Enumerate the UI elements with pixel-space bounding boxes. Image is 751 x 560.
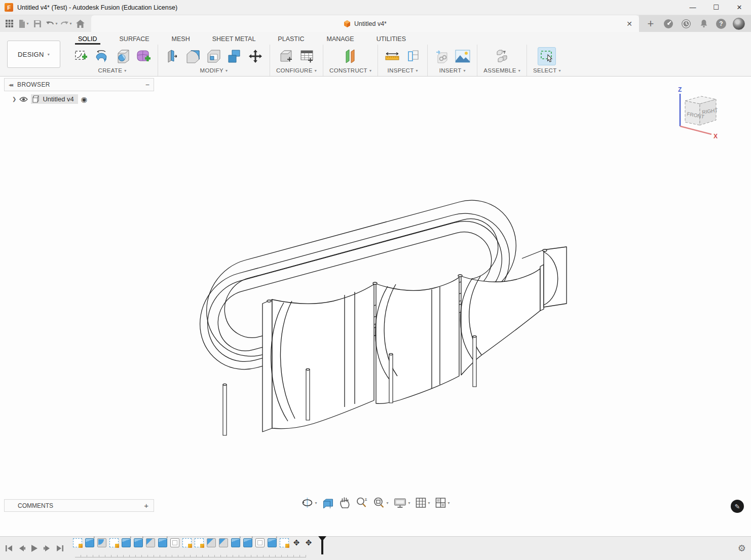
- timeline-move-icon[interactable]: [292, 538, 301, 547]
- save-icon[interactable]: [31, 17, 44, 30]
- step-forward-icon[interactable]: [43, 545, 51, 552]
- timeline-extrude-icon[interactable]: [231, 538, 240, 547]
- workspace-switcher[interactable]: DESIGN ▾: [7, 41, 60, 68]
- home-icon[interactable]: [74, 17, 86, 30]
- timeline-extrude-icon[interactable]: [122, 538, 131, 547]
- construct-plane-icon[interactable]: [343, 48, 359, 64]
- zoom-icon[interactable]: ±: [354, 496, 368, 510]
- view-cube[interactable]: Z X FRONT RIGHT: [665, 83, 725, 142]
- create-form-icon[interactable]: [135, 48, 152, 64]
- select-tool-icon[interactable]: [538, 47, 556, 65]
- viewport-canvas[interactable]: ◂◂ BROWSER − ❯ Untitled v4 ◉ Z: [0, 77, 751, 536]
- orbit-icon[interactable]: ▾: [300, 496, 318, 510]
- timeline-chamfer-icon[interactable]: [219, 538, 228, 547]
- fit-icon[interactable]: ▾: [371, 496, 389, 510]
- timeline-sketch-icon[interactable]: [280, 538, 289, 547]
- configuration-table-icon[interactable]: [299, 48, 315, 64]
- group-create-label[interactable]: CREATE▾: [98, 67, 127, 73]
- tab-surface[interactable]: SURFACE: [108, 35, 161, 45]
- grid-display-icon[interactable]: ▾: [415, 496, 431, 509]
- add-comment-icon[interactable]: +: [144, 501, 148, 510]
- group-configure-label[interactable]: CONFIGURE▾: [276, 67, 317, 73]
- job-status-icon[interactable]: [681, 18, 692, 29]
- timeline-chamfer-icon[interactable]: [146, 538, 155, 547]
- display-settings-icon[interactable]: ▾: [392, 496, 411, 509]
- timeline-shell-icon[interactable]: [255, 538, 265, 547]
- timeline-extrude-icon[interactable]: [85, 538, 94, 547]
- group-modify-label[interactable]: MODIFY▾: [200, 67, 228, 73]
- timeline-fillet-icon[interactable]: [97, 538, 106, 547]
- tab-solid[interactable]: SOLID: [67, 35, 108, 45]
- timeline-sketch-icon[interactable]: [182, 538, 192, 547]
- timeline-playhead[interactable]: [318, 536, 326, 554]
- timeline-extrude-icon[interactable]: [158, 538, 167, 547]
- timeline-sketch-icon[interactable]: [195, 538, 204, 547]
- app-grid-icon[interactable]: [3, 17, 15, 30]
- file-menu-icon[interactable]: ▾: [17, 17, 29, 30]
- model-3d-view[interactable]: [0, 77, 751, 536]
- maximize-button[interactable]: ☐: [704, 0, 728, 15]
- tab-sheet-metal[interactable]: SHEET METAL: [201, 35, 267, 45]
- undo-icon[interactable]: ▾: [46, 17, 58, 30]
- browser-root-item[interactable]: ❯ Untitled v4 ◉: [4, 91, 154, 104]
- help-icon[interactable]: ?: [716, 19, 726, 29]
- extensions-icon[interactable]: [663, 18, 674, 29]
- tab-mesh[interactable]: MESH: [161, 35, 201, 45]
- insert-image-icon[interactable]: [455, 48, 471, 64]
- expand-arrow-icon[interactable]: ❯: [12, 96, 16, 102]
- revolve-icon[interactable]: [94, 48, 110, 64]
- group-inspect-label[interactable]: INSPECT▾: [388, 67, 418, 73]
- step-back-icon[interactable]: [18, 545, 26, 552]
- collapse-panel-icon[interactable]: ◂◂: [9, 82, 12, 88]
- group-insert-label[interactable]: INSERT▾: [439, 67, 466, 73]
- go-to-start-icon[interactable]: [5, 545, 13, 552]
- minimize-button[interactable]: —: [681, 0, 704, 15]
- visibility-eye-icon[interactable]: [19, 96, 28, 102]
- avatar[interactable]: [733, 18, 745, 30]
- tab-plastic[interactable]: PLASTIC: [267, 35, 315, 45]
- timeline-shell-icon[interactable]: [170, 538, 179, 547]
- timeline-sketch-icon[interactable]: [73, 538, 82, 547]
- timeline-chamfer-icon[interactable]: [207, 538, 216, 547]
- comments-bar[interactable]: COMMENTS +: [4, 499, 154, 512]
- go-to-end-icon[interactable]: [56, 545, 64, 552]
- group-construct-label[interactable]: CONSTRUCT▾: [329, 67, 371, 73]
- look-at-icon[interactable]: [321, 496, 335, 509]
- close-button[interactable]: ✕: [728, 0, 751, 15]
- group-select-label[interactable]: SELECT▾: [533, 67, 561, 73]
- timeline-sketch-icon[interactable]: [109, 538, 119, 547]
- browser-header[interactable]: ◂◂ BROWSER −: [4, 78, 154, 91]
- notifications-bell-icon[interactable]: [698, 18, 709, 29]
- browser-item-label: Untitled v4: [43, 95, 73, 103]
- assemble-icon[interactable]: [494, 48, 510, 64]
- section-analysis-icon[interactable]: [405, 48, 421, 64]
- fillet-icon[interactable]: [185, 48, 201, 64]
- tab-manage[interactable]: MANAGE: [315, 35, 365, 45]
- new-tab-icon[interactable]: +: [645, 18, 656, 29]
- viewports-icon[interactable]: ▾: [434, 496, 451, 509]
- document-tab[interactable]: Untitled v4* ✕: [91, 15, 639, 32]
- press-pull-icon[interactable]: [164, 48, 180, 64]
- timeline-move-icon[interactable]: [304, 538, 313, 547]
- timeline-extrude-icon[interactable]: [268, 538, 277, 547]
- pan-icon[interactable]: [338, 496, 351, 510]
- shell-icon[interactable]: [206, 48, 222, 64]
- play-icon[interactable]: [30, 544, 39, 552]
- group-assemble-label[interactable]: ASSEMBLE▾: [483, 67, 520, 73]
- configure-icon[interactable]: [278, 48, 294, 64]
- timeline-extrude-icon[interactable]: [134, 538, 143, 547]
- redo-icon[interactable]: ▾: [60, 17, 72, 30]
- insert-derive-icon[interactable]: [434, 48, 450, 64]
- move-icon[interactable]: [247, 48, 264, 64]
- timeline-settings-gear-icon[interactable]: ⚙: [738, 543, 746, 554]
- assistant-icon[interactable]: ✎: [731, 500, 744, 513]
- minimize-panel-icon[interactable]: −: [145, 81, 149, 89]
- tab-close-icon[interactable]: ✕: [624, 18, 635, 29]
- create-sketch-icon[interactable]: [73, 48, 89, 64]
- combine-icon[interactable]: [227, 48, 243, 64]
- measure-icon[interactable]: [384, 48, 400, 64]
- timeline-extrude-icon[interactable]: [243, 538, 252, 547]
- activate-component-radio[interactable]: ◉: [81, 95, 87, 103]
- primitive-cylinder-icon[interactable]: [115, 48, 131, 64]
- tab-utilities[interactable]: UTILITIES: [365, 35, 417, 45]
